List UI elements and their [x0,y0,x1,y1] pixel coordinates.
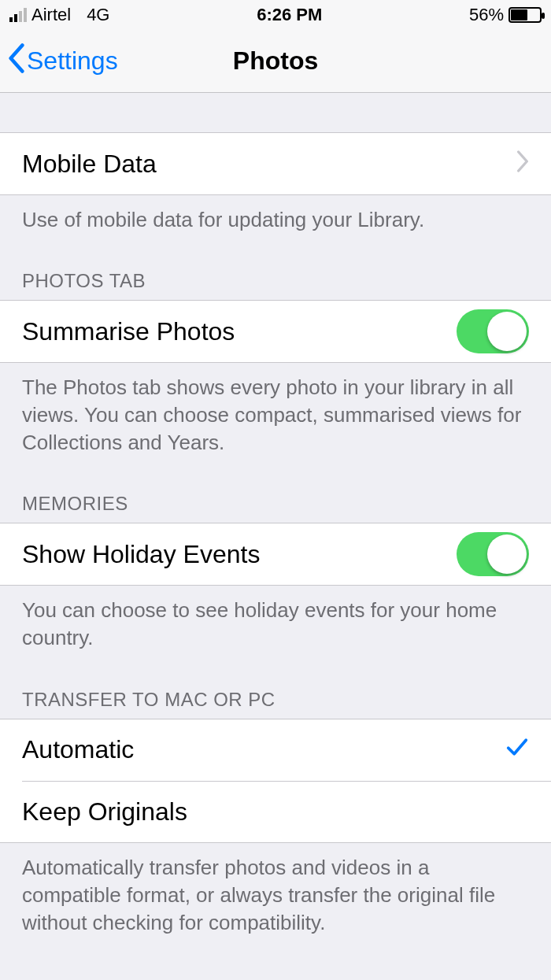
photos-tab-header: PHOTOS TAB [0,243,551,300]
show-holiday-events-toggle[interactable] [457,532,529,576]
mobile-data-group: Mobile Data [0,132,551,195]
photos-tab-group: Summarise Photos [0,300,551,363]
summarise-photos-row: Summarise Photos [0,301,551,362]
mobile-data-row[interactable]: Mobile Data [0,133,551,194]
network-label: 4G [87,5,109,25]
back-label: Settings [27,46,118,76]
transfer-group: Automatic Keep Originals [0,719,551,843]
signal-icon [9,8,27,22]
memories-group: Show Holiday Events [0,523,551,586]
summarise-photos-toggle[interactable] [457,309,529,353]
chevron-right-icon [516,150,529,179]
show-holiday-events-label: Show Holiday Events [22,540,260,569]
transfer-automatic-row[interactable]: Automatic [0,719,551,781]
transfer-footer: Automatically transfer photos and videos… [0,843,551,946]
photos-tab-footer: The Photos tab shows every photo in your… [0,363,551,466]
status-bar: Airtel 4G 6:26 PM 56% [0,0,551,30]
chevron-left-icon [8,43,25,80]
mobile-data-label: Mobile Data [22,150,157,179]
memories-footer: You can choose to see holiday events for… [0,586,551,661]
transfer-automatic-label: Automatic [22,735,134,764]
summarise-photos-label: Summarise Photos [22,317,235,346]
clock-label: 6:26 PM [257,5,322,25]
battery-icon [508,7,542,23]
memories-header: MEMORIES [0,466,551,523]
nav-bar: Settings Photos [0,30,551,93]
show-holiday-events-row: Show Holiday Events [0,523,551,585]
transfer-header: TRANSFER TO MAC OR PC [0,662,551,719]
carrier-label: Airtel [31,5,71,25]
back-button[interactable]: Settings [8,43,118,80]
transfer-keep-originals-row[interactable]: Keep Originals [22,781,551,842]
checkmark-icon [505,735,529,765]
transfer-keep-originals-label: Keep Originals [22,797,187,827]
mobile-data-footer: Use of mobile data for updating your Lib… [0,195,551,243]
battery-percent-label: 56% [469,5,504,25]
